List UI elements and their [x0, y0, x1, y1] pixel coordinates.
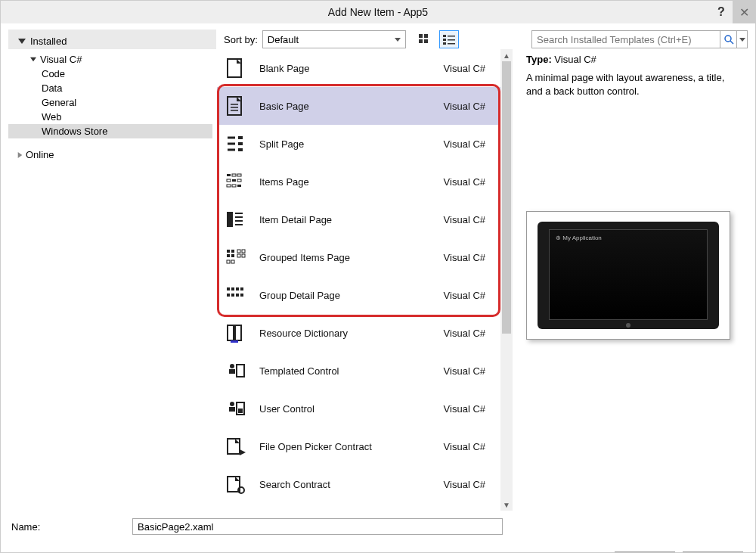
- close-button[interactable]: ✕: [733, 1, 755, 23]
- svg-rect-62: [237, 365, 244, 377]
- svg-rect-5: [448, 36, 455, 37]
- template-name: File Open Picker Contract: [259, 441, 432, 452]
- svg-rect-31: [227, 185, 231, 187]
- svg-rect-30: [237, 179, 241, 182]
- template-icon: [223, 359, 247, 383]
- template-item[interactable]: Split PageVisual C#: [217, 125, 500, 163]
- svg-rect-22: [238, 142, 243, 145]
- svg-rect-27: [237, 174, 241, 176]
- template-item[interactable]: Group Detail PageVisual C#: [217, 276, 500, 314]
- tree-header-label: Installed: [30, 36, 67, 47]
- svg-rect-40: [231, 250, 234, 253]
- scrollbar[interactable]: ▲ ▼: [500, 49, 513, 511]
- template-language: Visual C#: [444, 479, 485, 490]
- template-item[interactable]: User ControlVisual C#: [217, 390, 500, 427]
- svg-rect-43: [237, 250, 240, 253]
- svg-rect-2: [419, 39, 423, 43]
- tree-node-web[interactable]: Web: [8, 110, 212, 124]
- template-icon: [223, 321, 247, 345]
- template-item[interactable]: Grouped Items PageVisual C#: [217, 238, 500, 276]
- template-language: Visual C#: [444, 101, 485, 112]
- svg-rect-0: [419, 34, 423, 38]
- svg-rect-9: [448, 43, 455, 45]
- category-tree: Visual C# Code Data General Web Windows …: [8, 49, 212, 511]
- svg-rect-59: [231, 340, 238, 343]
- template-language: Visual C#: [444, 365, 485, 377]
- template-icon: [223, 245, 247, 269]
- tree-node-general[interactable]: General: [8, 95, 212, 110]
- template-name: Resource Dictionary: [259, 328, 432, 339]
- tree-node-code[interactable]: Code: [8, 67, 212, 81]
- svg-rect-34: [227, 212, 233, 227]
- svg-rect-44: [242, 250, 245, 253]
- template-item[interactable]: Basic PageVisual C#: [217, 87, 500, 125]
- scroll-thumb[interactable]: [502, 61, 511, 334]
- svg-marker-69: [240, 449, 246, 455]
- tree-node-windows-store[interactable]: Windows Store: [8, 124, 212, 138]
- template-language: Visual C#: [444, 441, 485, 452]
- search-icon: [723, 34, 734, 45]
- template-icon: [223, 207, 247, 231]
- template-icon: [223, 396, 247, 421]
- svg-rect-3: [424, 39, 428, 43]
- svg-rect-25: [227, 174, 231, 176]
- template-item[interactable]: Item Detail PageVisual C#: [217, 200, 500, 238]
- svg-rect-51: [236, 287, 239, 290]
- svg-point-10: [725, 36, 731, 42]
- svg-rect-58: [235, 325, 241, 340]
- template-item[interactable]: Search ContractVisual C#: [217, 465, 500, 503]
- preview-app-title: ⊛ My Application: [556, 235, 602, 241]
- template-name: Templated Control: [259, 365, 432, 377]
- template-language: Visual C#: [444, 138, 485, 150]
- svg-rect-28: [227, 179, 231, 182]
- template-item[interactable]: Blank PageVisual C#: [217, 49, 500, 87]
- template-name: Search Contract: [259, 479, 432, 490]
- svg-point-63: [230, 402, 234, 406]
- template-icon: [223, 56, 247, 80]
- tree-node-visual-csharp[interactable]: Visual C#: [8, 52, 212, 67]
- template-language: Visual C#: [444, 63, 485, 74]
- svg-rect-32: [232, 185, 236, 187]
- svg-rect-47: [227, 260, 230, 263]
- template-item[interactable]: Items PageVisual C#: [217, 163, 500, 200]
- sort-select[interactable]: Default: [262, 30, 406, 48]
- view-tiles-button[interactable]: [415, 30, 435, 48]
- search-options-dropdown[interactable]: [737, 30, 748, 48]
- template-icon: [223, 169, 247, 194]
- svg-rect-61: [229, 369, 235, 374]
- tree-node-data[interactable]: Data: [8, 81, 212, 95]
- svg-rect-52: [240, 287, 243, 290]
- template-name: User Control: [259, 403, 432, 415]
- template-item[interactable]: Templated ControlVisual C#: [217, 352, 500, 390]
- template-item[interactable]: Resource DictionaryVisual C#: [217, 314, 500, 352]
- preview-thumbnail: ⊛ My Application: [526, 211, 730, 340]
- template-language: Visual C#: [444, 290, 485, 301]
- svg-rect-7: [448, 39, 455, 41]
- svg-rect-20: [238, 136, 243, 139]
- chevron-down-icon: [18, 39, 26, 44]
- tree-node-online[interactable]: Online: [8, 148, 212, 162]
- template-language: Visual C#: [444, 328, 485, 339]
- scroll-down-icon[interactable]: ▼: [500, 499, 513, 511]
- template-name: Items Page: [259, 176, 432, 188]
- help-button[interactable]: ?: [710, 1, 733, 23]
- sort-value: Default: [268, 34, 299, 45]
- chevron-right-icon: [18, 152, 23, 158]
- view-list-button[interactable]: [439, 30, 459, 48]
- svg-point-60: [230, 364, 234, 368]
- svg-rect-4: [443, 35, 446, 37]
- template-item[interactable]: File Open Picker ContractVisual C#: [217, 427, 500, 465]
- scroll-up-icon[interactable]: ▲: [500, 49, 513, 61]
- name-input[interactable]: [132, 518, 503, 535]
- search-button[interactable]: [720, 30, 737, 48]
- template-icon: [223, 472, 247, 496]
- svg-rect-64: [229, 407, 235, 412]
- template-name: Split Page: [259, 138, 432, 150]
- tree-header-installed[interactable]: Installed: [8, 30, 216, 49]
- window-title: Add New Item - App5: [328, 6, 428, 18]
- template-name: Group Detail Page: [259, 290, 432, 301]
- search-input[interactable]: [531, 30, 720, 48]
- svg-rect-49: [227, 287, 230, 290]
- template-icon: [223, 283, 247, 307]
- type-value: Visual C#: [554, 54, 596, 65]
